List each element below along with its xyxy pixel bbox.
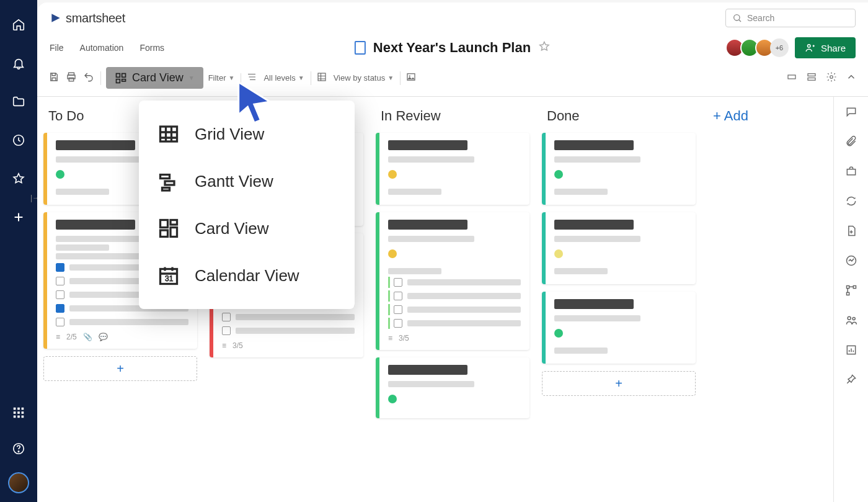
svg-point-23 [409,75,410,76]
comment-icon: 💬 [99,333,108,341]
folder-icon[interactable] [6,89,31,114]
chevron-down-icon: ▼ [188,74,195,81]
collaborator-avatars[interactable]: +6 [729,38,789,57]
undo-icon[interactable] [83,71,94,85]
checkbox-icon[interactable] [56,318,64,326]
right-rail [833,97,868,502]
checkbox-icon[interactable] [394,305,402,314]
attachment-icon: 📎 [83,333,92,341]
card[interactable] [542,292,696,364]
recent-icon[interactable] [6,128,31,153]
svg-rect-4 [14,411,16,414]
chart-icon[interactable] [845,344,857,359]
brand-logo-icon [50,12,62,24]
menu-automation[interactable]: Automation [80,43,124,53]
svg-rect-43 [170,228,177,237]
chevron-up-icon[interactable] [846,71,857,85]
svg-rect-16 [69,78,74,81]
svg-point-13 [807,45,810,48]
filter-button[interactable]: Filter ▼ [208,73,235,83]
checkbox-icon[interactable] [222,326,231,335]
share-button[interactable]: Share [795,37,856,58]
cursor-pointer-icon [234,79,274,127]
briefcase-icon[interactable] [845,165,857,180]
menu-file[interactable]: File [50,43,64,53]
compact-view-icon[interactable] [806,71,817,85]
title-area: Next Year's Launch Plan [355,40,551,56]
add-column-button[interactable]: + Add [708,105,770,127]
svg-rect-3 [22,408,24,410]
view-option-calendar[interactable]: 31 Calendar View [139,252,355,299]
status-dot-icon [554,170,563,179]
home-icon[interactable] [6,12,31,37]
checkbox-icon[interactable] [56,304,64,313]
plus-icon[interactable] [6,205,31,230]
svg-rect-9 [22,416,24,418]
subtask-count: 3/5 [399,334,409,343]
card-view-icon [115,72,127,84]
add-card-button[interactable]: + [43,356,197,381]
checkbox-icon[interactable] [56,263,64,272]
svg-rect-5 [17,411,20,414]
checkbox-icon[interactable] [394,292,402,300]
menu-forms[interactable]: Forms [140,43,164,53]
view-option-gantt[interactable]: Gantt View [139,158,355,205]
activity-icon[interactable] [845,254,857,269]
comment-icon[interactable] [845,105,857,120]
view-by-status-button[interactable]: View by status ▼ [334,73,394,83]
status-dot-icon [56,170,64,179]
status-dot-icon [388,249,397,258]
checkbox-icon[interactable] [394,278,402,287]
svg-rect-8 [17,416,20,418]
card[interactable] [376,133,529,205]
checkbox-icon[interactable] [222,313,231,321]
svg-rect-7 [14,416,16,418]
svg-rect-41 [170,220,177,225]
header-bar: File Automation Forms Next Year's Launch… [37,34,868,65]
image-icon[interactable] [405,71,417,85]
svg-point-27 [830,75,833,78]
star-icon[interactable] [6,166,31,191]
bell-icon[interactable] [6,51,31,76]
attachment-icon[interactable] [845,135,857,150]
people-icon[interactable] [845,314,857,329]
print-icon[interactable] [66,71,77,85]
status-dot-icon [388,395,397,403]
save-icon[interactable] [48,71,60,85]
gear-icon[interactable] [826,71,837,85]
list-icon: ≡ [222,341,226,350]
svg-rect-28 [847,169,855,175]
card[interactable]: ≡ 3/5 [376,212,529,350]
file-plus-icon[interactable] [845,225,857,240]
avatar-more[interactable]: +6 [770,38,789,57]
menu: File Automation Forms [50,43,164,53]
user-avatar[interactable] [8,472,29,493]
checkbox-icon[interactable] [394,319,402,328]
add-card-button[interactable]: + [542,371,696,396]
svg-rect-21 [318,73,326,81]
svg-rect-24 [788,75,795,79]
help-icon[interactable] [6,436,31,461]
search-input[interactable]: Search [725,9,856,27]
row-view-icon[interactable] [786,71,797,85]
svg-rect-17 [117,73,120,77]
svg-rect-26 [808,78,815,80]
pin-icon[interactable] [845,374,857,388]
checkbox-icon[interactable] [56,290,64,299]
favorite-star-icon[interactable] [538,40,551,55]
svg-rect-2 [17,408,20,410]
view-switcher-button[interactable]: Card View ▼ [106,67,203,89]
card[interactable] [542,133,696,205]
card[interactable] [376,357,529,418]
view-option-card[interactable]: Card View [139,205,355,252]
card[interactable] [542,212,696,284]
apps-icon[interactable] [6,400,31,425]
refresh-icon[interactable] [845,195,857,210]
workflow-icon[interactable] [845,284,857,299]
svg-text:31: 31 [165,274,174,283]
column-in-review: In Review [370,105,536,493]
svg-rect-19 [117,79,120,83]
svg-point-12 [734,15,740,20]
add-column: + Add [702,105,776,493]
checkbox-icon[interactable] [56,277,64,285]
